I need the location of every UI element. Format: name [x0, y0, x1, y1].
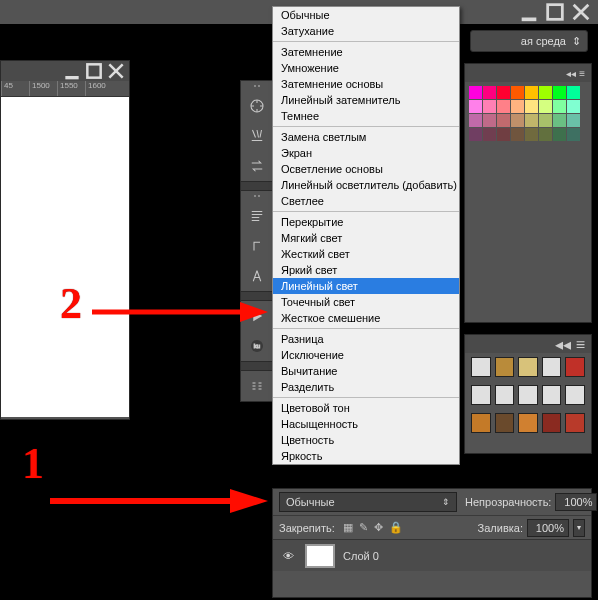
- panel-grip[interactable]: [241, 81, 273, 91]
- style-swatch[interactable]: [542, 385, 562, 405]
- swatches-grid[interactable]: [465, 82, 591, 145]
- style-swatch[interactable]: [471, 357, 491, 377]
- style-swatch[interactable]: [565, 413, 585, 433]
- blend-mode-item[interactable]: Яркость: [273, 448, 459, 464]
- lock-icons[interactable]: ▦ ✎ ✥ 🔒: [343, 521, 403, 534]
- doc-close-button[interactable]: [106, 64, 126, 78]
- blend-mode-item[interactable]: Светлее: [273, 193, 459, 209]
- swatch[interactable]: [567, 128, 580, 141]
- swatch[interactable]: [483, 114, 496, 127]
- style-swatch[interactable]: [542, 413, 562, 433]
- swatch[interactable]: [567, 114, 580, 127]
- canvas[interactable]: [1, 97, 129, 417]
- swatch[interactable]: [525, 114, 538, 127]
- character-icon[interactable]: [241, 231, 273, 261]
- blend-mode-item[interactable]: Исключение: [273, 347, 459, 363]
- swatch[interactable]: [497, 128, 510, 141]
- style-swatch[interactable]: [518, 385, 538, 405]
- lock-transparency-icon[interactable]: ▦: [343, 521, 353, 534]
- swatch[interactable]: [483, 100, 496, 113]
- swatch[interactable]: [483, 86, 496, 99]
- blend-mode-item[interactable]: Обычные: [273, 7, 459, 23]
- swatch[interactable]: [497, 114, 510, 127]
- doc-maximize-button[interactable]: [84, 64, 104, 78]
- lock-all-icon[interactable]: 🔒: [389, 521, 403, 534]
- blend-mode-item[interactable]: Разница: [273, 331, 459, 347]
- layer-thumbnail[interactable]: [305, 544, 335, 568]
- style-swatch[interactable]: [542, 357, 562, 377]
- minimize-button[interactable]: [518, 4, 540, 20]
- swatch[interactable]: [539, 100, 552, 113]
- swatch[interactable]: [525, 128, 538, 141]
- swatch[interactable]: [553, 100, 566, 113]
- style-swatch[interactable]: [518, 357, 538, 377]
- blend-mode-item[interactable]: Замена светлым: [273, 129, 459, 145]
- blend-mode-item[interactable]: Экран: [273, 145, 459, 161]
- swatch[interactable]: [469, 100, 482, 113]
- blend-mode-item[interactable]: Цветность: [273, 432, 459, 448]
- swatch[interactable]: [469, 86, 482, 99]
- blend-mode-item[interactable]: Цветовой тон: [273, 400, 459, 416]
- workspace-dropdown[interactable]: ая среда ⇕: [470, 30, 588, 52]
- paragraph-icon[interactable]: [241, 201, 273, 231]
- styles-tab[interactable]: ◂◂ ≡: [465, 335, 591, 353]
- swatch[interactable]: [539, 114, 552, 127]
- swatch[interactable]: [483, 128, 496, 141]
- swatch[interactable]: [539, 86, 552, 99]
- swatch[interactable]: [469, 114, 482, 127]
- blend-mode-item[interactable]: Умножение: [273, 60, 459, 76]
- blend-mode-item[interactable]: Яркий свет: [273, 262, 459, 278]
- swatch[interactable]: [525, 86, 538, 99]
- blend-mode-dropdown[interactable]: Обычные ⇕: [279, 492, 457, 512]
- swatch[interactable]: [553, 86, 566, 99]
- panel-grip[interactable]: [241, 191, 273, 201]
- swatch[interactable]: [553, 128, 566, 141]
- swatch[interactable]: [511, 114, 524, 127]
- blend-mode-item[interactable]: Мягкий свет: [273, 230, 459, 246]
- lock-pixels-icon[interactable]: ✎: [359, 521, 368, 534]
- blend-mode-item[interactable]: Жесткое смешение: [273, 310, 459, 326]
- layer-row[interactable]: 👁 Слой 0: [273, 539, 591, 571]
- blend-mode-item[interactable]: Темнее: [273, 108, 459, 124]
- blend-mode-item[interactable]: Вычитание: [273, 363, 459, 379]
- kuler-icon[interactable]: ku: [241, 331, 273, 361]
- navigator-icon[interactable]: [241, 91, 273, 121]
- swatch[interactable]: [511, 86, 524, 99]
- close-button[interactable]: [570, 4, 592, 20]
- swatch[interactable]: [553, 114, 566, 127]
- swatches-tab[interactable]: ◂◂ ≡: [465, 64, 591, 82]
- swatch[interactable]: [567, 100, 580, 113]
- opacity-value[interactable]: 100%: [555, 493, 597, 511]
- style-swatch[interactable]: [495, 385, 515, 405]
- swap-icon[interactable]: [241, 151, 273, 181]
- blend-mode-item[interactable]: Линейный затемнитель: [273, 92, 459, 108]
- blend-mode-item[interactable]: Затемнение: [273, 44, 459, 60]
- blend-mode-item[interactable]: Насыщенность: [273, 416, 459, 432]
- blend-mode-item[interactable]: Разделить: [273, 379, 459, 395]
- swatch[interactable]: [511, 100, 524, 113]
- blend-mode-menu[interactable]: ОбычныеЗатуханиеЗатемнениеУмножениеЗатем…: [272, 6, 460, 465]
- swatch[interactable]: [567, 86, 580, 99]
- brushes-icon[interactable]: [241, 121, 273, 151]
- blend-mode-item[interactable]: Жесткий свет: [273, 246, 459, 262]
- properties-icon[interactable]: [241, 371, 273, 401]
- style-swatch[interactable]: [495, 357, 515, 377]
- swatch[interactable]: [497, 86, 510, 99]
- blend-mode-item[interactable]: Точечный свет: [273, 294, 459, 310]
- style-swatch[interactable]: [471, 385, 491, 405]
- style-swatch[interactable]: [565, 385, 585, 405]
- swatch[interactable]: [539, 128, 552, 141]
- blend-mode-item[interactable]: Осветление основы: [273, 161, 459, 177]
- fill-arrow[interactable]: ▾: [573, 519, 585, 537]
- blend-mode-item[interactable]: Затухание: [273, 23, 459, 39]
- blend-mode-item[interactable]: Перекрытие: [273, 214, 459, 230]
- swatch[interactable]: [469, 128, 482, 141]
- blend-mode-item[interactable]: Линейный свет: [273, 278, 459, 294]
- type-icon[interactable]: [241, 261, 273, 291]
- doc-minimize-button[interactable]: [62, 64, 82, 78]
- swatch[interactable]: [511, 128, 524, 141]
- fill-value[interactable]: 100%: [527, 519, 569, 537]
- style-swatch[interactable]: [495, 413, 515, 433]
- swatch[interactable]: [525, 100, 538, 113]
- visibility-icon[interactable]: 👁: [279, 550, 297, 562]
